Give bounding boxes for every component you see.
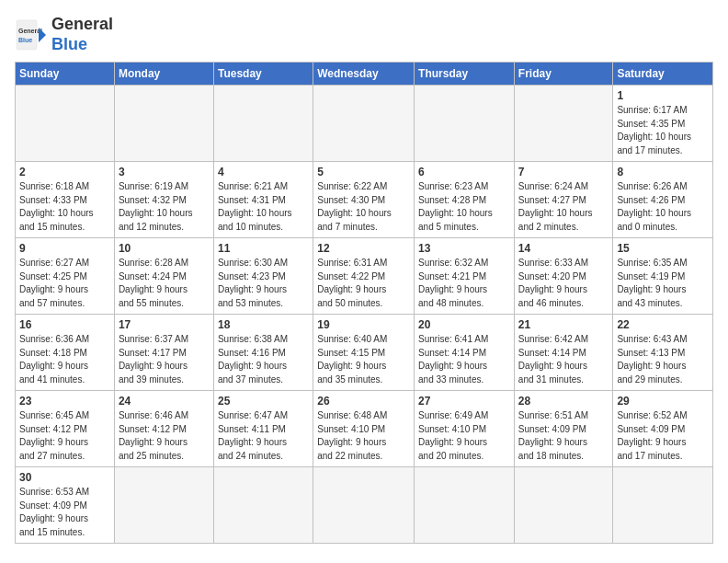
- calendar-cell: [415, 467, 515, 544]
- calendar-cell: 25Sunrise: 6:47 AM Sunset: 4:11 PM Dayli…: [213, 391, 313, 467]
- day-number: 17: [119, 318, 210, 331]
- calendar-cell: 13Sunrise: 6:32 AM Sunset: 4:21 PM Dayli…: [415, 238, 515, 315]
- day-info: Sunrise: 6:19 AM Sunset: 4:32 PM Dayligh…: [119, 180, 210, 234]
- calendar-cell: 24Sunrise: 6:46 AM Sunset: 4:12 PM Dayli…: [114, 391, 213, 467]
- calendar-cell: 20Sunrise: 6:41 AM Sunset: 4:14 PM Dayli…: [415, 315, 515, 391]
- day-info: Sunrise: 6:51 AM Sunset: 4:09 PM Dayligh…: [518, 409, 609, 463]
- calendar-cell: 27Sunrise: 6:49 AM Sunset: 4:10 PM Dayli…: [415, 391, 515, 467]
- day-number: 25: [218, 395, 309, 408]
- day-info: Sunrise: 6:27 AM Sunset: 4:25 PM Dayligh…: [19, 257, 110, 310]
- day-info: Sunrise: 6:47 AM Sunset: 4:11 PM Dayligh…: [218, 409, 309, 463]
- calendar-cell: 15Sunrise: 6:35 AM Sunset: 4:19 PM Dayli…: [613, 238, 713, 315]
- page-header: General Blue General Blue: [15, 15, 713, 54]
- day-info: Sunrise: 6:45 AM Sunset: 4:12 PM Dayligh…: [19, 409, 110, 463]
- logo-graphic: General Blue: [15, 18, 48, 52]
- day-info: Sunrise: 6:41 AM Sunset: 4:14 PM Dayligh…: [418, 333, 510, 386]
- calendar-cell: [16, 86, 115, 162]
- day-info: Sunrise: 6:21 AM Sunset: 4:31 PM Dayligh…: [218, 180, 309, 234]
- day-number: 10: [119, 242, 210, 255]
- day-number: 16: [19, 318, 110, 331]
- day-number: 4: [218, 166, 309, 178]
- calendar-cell: 16Sunrise: 6:36 AM Sunset: 4:18 PM Dayli…: [16, 315, 115, 391]
- day-number: 3: [119, 166, 210, 178]
- calendar-body: 1Sunrise: 6:17 AM Sunset: 4:35 PM Daylig…: [16, 86, 713, 544]
- calendar-cell: 3Sunrise: 6:19 AM Sunset: 4:32 PM Daylig…: [114, 162, 213, 238]
- calendar-cell: 18Sunrise: 6:38 AM Sunset: 4:16 PM Dayli…: [213, 315, 313, 391]
- day-info: Sunrise: 6:38 AM Sunset: 4:16 PM Dayligh…: [218, 333, 309, 386]
- day-info: Sunrise: 6:43 AM Sunset: 4:13 PM Dayligh…: [617, 333, 709, 386]
- calendar-cell: 29Sunrise: 6:52 AM Sunset: 4:09 PM Dayli…: [613, 391, 713, 467]
- calendar-cell: [313, 467, 415, 544]
- day-info: Sunrise: 6:32 AM Sunset: 4:21 PM Dayligh…: [418, 257, 510, 310]
- day-info: Sunrise: 6:17 AM Sunset: 4:35 PM Dayligh…: [617, 104, 709, 157]
- calendar-cell: 5Sunrise: 6:22 AM Sunset: 4:30 PM Daylig…: [313, 162, 415, 238]
- calendar-cell: [114, 467, 213, 544]
- day-info: Sunrise: 6:26 AM Sunset: 4:26 PM Dayligh…: [617, 180, 709, 234]
- day-number: 15: [617, 242, 709, 255]
- calendar-cell: [514, 467, 613, 544]
- calendar-cell: 30Sunrise: 6:53 AM Sunset: 4:09 PM Dayli…: [16, 467, 115, 544]
- calendar-cell: 14Sunrise: 6:33 AM Sunset: 4:20 PM Dayli…: [514, 238, 613, 315]
- calendar-cell: [415, 86, 515, 162]
- calendar-cell: 12Sunrise: 6:31 AM Sunset: 4:22 PM Dayli…: [313, 238, 415, 315]
- day-number: 23: [19, 395, 110, 408]
- day-number: 11: [218, 242, 309, 255]
- calendar-cell: 2Sunrise: 6:18 AM Sunset: 4:33 PM Daylig…: [16, 162, 115, 238]
- calendar-cell: 1Sunrise: 6:17 AM Sunset: 4:35 PM Daylig…: [613, 86, 713, 162]
- day-number: 21: [518, 318, 609, 331]
- calendar-week-row: 1Sunrise: 6:17 AM Sunset: 4:35 PM Daylig…: [16, 86, 713, 162]
- calendar-week-row: 2Sunrise: 6:18 AM Sunset: 4:33 PM Daylig…: [16, 162, 713, 238]
- day-info: Sunrise: 6:24 AM Sunset: 4:27 PM Dayligh…: [518, 180, 609, 234]
- day-number: 1: [617, 89, 709, 102]
- logo-blue-text: Blue: [51, 35, 113, 55]
- day-info: Sunrise: 6:49 AM Sunset: 4:10 PM Dayligh…: [418, 409, 510, 463]
- weekday-header-thursday: Thursday: [415, 63, 515, 86]
- day-number: 13: [418, 242, 510, 255]
- day-info: Sunrise: 6:36 AM Sunset: 4:18 PM Dayligh…: [19, 333, 110, 386]
- calendar-week-row: 23Sunrise: 6:45 AM Sunset: 4:12 PM Dayli…: [16, 391, 713, 467]
- day-number: 27: [418, 395, 510, 408]
- day-number: 14: [518, 242, 609, 255]
- weekday-header-sunday: Sunday: [16, 63, 115, 86]
- day-info: Sunrise: 6:37 AM Sunset: 4:17 PM Dayligh…: [119, 333, 210, 386]
- calendar-cell: 26Sunrise: 6:48 AM Sunset: 4:10 PM Dayli…: [313, 391, 415, 467]
- weekday-header-monday: Monday: [114, 63, 213, 86]
- day-number: 5: [317, 166, 410, 178]
- calendar-cell: 21Sunrise: 6:42 AM Sunset: 4:14 PM Dayli…: [514, 315, 613, 391]
- logo-general-text: General: [51, 15, 113, 35]
- day-number: 26: [317, 395, 410, 408]
- day-info: Sunrise: 6:48 AM Sunset: 4:10 PM Dayligh…: [317, 409, 410, 463]
- day-number: 30: [19, 471, 110, 484]
- calendar-cell: [613, 467, 713, 544]
- day-info: Sunrise: 6:18 AM Sunset: 4:33 PM Dayligh…: [19, 180, 110, 234]
- day-number: 22: [617, 318, 709, 331]
- day-number: 6: [418, 166, 510, 178]
- day-info: Sunrise: 6:42 AM Sunset: 4:14 PM Dayligh…: [518, 333, 609, 386]
- weekday-header-row: SundayMondayTuesdayWednesdayThursdayFrid…: [16, 63, 713, 86]
- day-info: Sunrise: 6:23 AM Sunset: 4:28 PM Dayligh…: [418, 180, 510, 234]
- calendar-cell: 8Sunrise: 6:26 AM Sunset: 4:26 PM Daylig…: [613, 162, 713, 238]
- day-number: 19: [317, 318, 410, 331]
- calendar-cell: 6Sunrise: 6:23 AM Sunset: 4:28 PM Daylig…: [415, 162, 515, 238]
- day-number: 29: [617, 395, 709, 408]
- calendar-cell: 28Sunrise: 6:51 AM Sunset: 4:09 PM Dayli…: [514, 391, 613, 467]
- svg-rect-0: [17, 20, 37, 50]
- calendar-cell: [213, 467, 313, 544]
- day-number: 7: [518, 166, 609, 178]
- weekday-header-friday: Friday: [514, 63, 613, 86]
- day-number: 2: [19, 166, 110, 178]
- calendar-cell: 22Sunrise: 6:43 AM Sunset: 4:13 PM Dayli…: [613, 315, 713, 391]
- calendar-cell: 19Sunrise: 6:40 AM Sunset: 4:15 PM Dayli…: [313, 315, 415, 391]
- day-number: 8: [617, 166, 709, 178]
- logo-svg-wrap: General Blue General Blue: [15, 15, 113, 54]
- calendar-cell: 17Sunrise: 6:37 AM Sunset: 4:17 PM Dayli…: [114, 315, 213, 391]
- day-info: Sunrise: 6:46 AM Sunset: 4:12 PM Dayligh…: [119, 409, 210, 463]
- day-info: Sunrise: 6:53 AM Sunset: 4:09 PM Dayligh…: [19, 486, 110, 539]
- day-number: 18: [218, 318, 309, 331]
- weekday-header-wednesday: Wednesday: [313, 63, 415, 86]
- calendar-cell: 7Sunrise: 6:24 AM Sunset: 4:27 PM Daylig…: [514, 162, 613, 238]
- logo: General Blue General Blue: [15, 15, 113, 54]
- calendar-week-row: 9Sunrise: 6:27 AM Sunset: 4:25 PM Daylig…: [16, 238, 713, 315]
- day-number: 20: [418, 318, 510, 331]
- day-number: 24: [119, 395, 210, 408]
